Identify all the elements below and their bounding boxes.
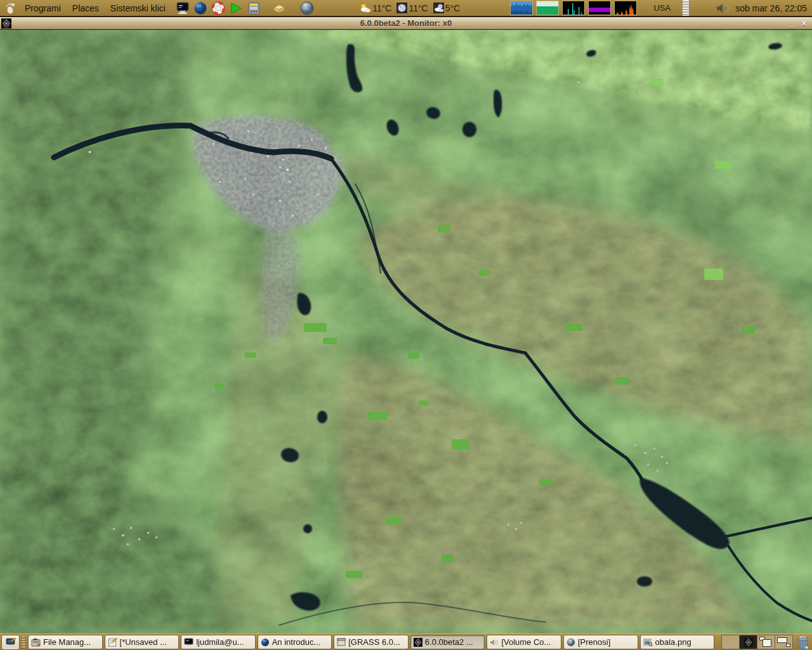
terminal-icon [184,638,193,647]
task-button-label: File Manag... [43,637,91,647]
top-panel: Programi Places Sistemski klici [0,0,812,16]
web-browser-launcher-icon[interactable] [193,1,208,16]
desktop: Programi Places Sistemski klici [0,0,812,650]
task-button-browser[interactable]: An introduc... [258,635,332,649]
terminal-launcher-icon[interactable] [175,1,190,16]
temperature-value: 5°C [445,3,461,13]
satellite-map[interactable] [0,29,812,633]
cpu-monitor-applet[interactable] [510,1,533,15]
panel-clock[interactable]: sob mar 26, 22:05 [735,3,807,13]
weather-applet[interactable]: 11°C 11°C 5°C [359,3,464,13]
volume-icon[interactable] [715,1,730,16]
workspace-1[interactable] [722,635,740,649]
web-browser-icon [566,638,575,647]
swap-monitor-applet[interactable] [588,1,611,15]
menu-sistemski-klici[interactable]: Sistemski klici [105,1,171,16]
cloud-sun-icon [359,3,371,13]
workspace-switcher [721,635,793,649]
grass-monitor-titlebar[interactable]: 6.0.0beta2 - Monitor: x0 _ × [0,17,812,30]
grass-monitor-canvas[interactable] [0,29,812,633]
panel-menubar: Programi Places Sistemski klici [19,1,171,16]
keyboard-layout-indicator[interactable]: USA [653,3,671,13]
close-button[interactable]: × [799,18,809,28]
grass-gis-icon [744,638,753,647]
package-launcher-icon[interactable] [272,1,287,16]
globe-applet-icon[interactable] [299,1,315,16]
moon-icon [396,3,407,13]
workspace-3[interactable] [757,635,775,649]
task-button-file-manager[interactable]: File Manag... [28,635,103,649]
menu-programi[interactable]: Programi [19,1,67,16]
workspace-2-active[interactable] [740,635,757,649]
grass-gis-icon [414,638,422,647]
show-desktop-button[interactable] [1,635,20,650]
memory-monitor-applet[interactable] [536,1,559,15]
menu-places[interactable]: Places [67,1,105,16]
file-manager-icon [31,638,41,647]
task-button-label: [GRASS 6.0... [348,637,400,647]
task-button-terminal[interactable]: ljudmila@u... [181,635,256,649]
task-button-text-editor[interactable]: [*Unsaved ... [105,635,180,649]
run-launcher-icon[interactable] [228,1,244,16]
task-button-obala-png[interactable]: obala.png [640,635,715,649]
task-button-label: An introduc... [272,637,321,647]
window-icon [337,638,346,646]
printer-launcher-icon[interactable] [246,1,261,16]
task-button-grass-monitor[interactable]: 6.0.0beta2 ... [410,635,485,649]
trash-applet[interactable] [796,635,811,650]
workspace-4[interactable] [775,635,792,649]
minimize-button[interactable]: _ [786,18,797,28]
task-button-grass-console[interactable]: [GRASS 6.0... [334,635,409,649]
image-viewer-icon [643,638,653,647]
volume-window-icon [490,639,499,646]
panel-separator [0,16,812,17]
task-button-label: 6.0.0beta2 ... [425,637,473,647]
task-button-label: ljudmila@u... [196,637,244,647]
temperature-value: 11°C [372,3,391,13]
task-button-label: [Volume Co... [501,637,551,647]
map-grain-overlay [0,29,812,633]
taskbar-handle[interactable] [21,635,26,649]
window-title: 6.0.0beta2 - Monitor: x0 [0,18,812,28]
show-desktop-icon [6,638,16,647]
task-button-label: [Prenosi] [578,637,610,647]
grass-gis-icon [1,18,11,29]
text-editor-icon [108,638,117,647]
temperature-value: 11°C [409,3,428,13]
trash-icon [796,635,811,650]
task-button-label: [*Unsaved ... [120,637,167,647]
network-monitor-applet[interactable] [562,1,585,15]
panel-handle[interactable] [682,0,690,16]
taskbar: File Manag... [*Unsaved ... ljudmila@u..… [0,633,812,650]
gnome-menu-icon[interactable] [3,1,18,16]
task-button-label: obala.png [655,637,691,647]
task-button-prenosi[interactable]: [Prenosi] [563,635,638,649]
task-button-volume-control[interactable]: [Volume Co... [487,635,561,649]
help-launcher-icon[interactable] [211,1,226,16]
cloud-moon-icon [433,3,444,13]
load-monitor-applet[interactable] [614,1,637,15]
web-browser-icon [261,638,270,647]
